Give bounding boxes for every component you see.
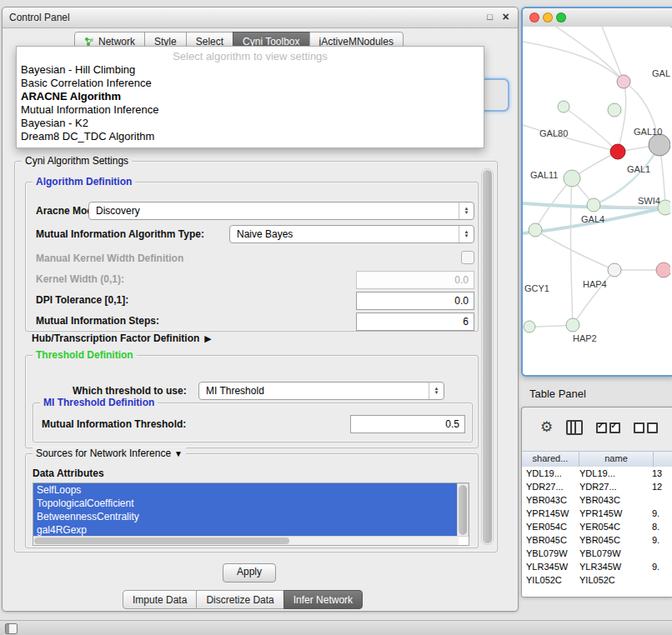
select-all-icon[interactable]	[596, 422, 620, 433]
bottom-tab-label: Infer Network	[293, 594, 353, 606]
table-row[interactable]: YBR043CYBR043C	[522, 493, 672, 507]
table-row[interactable]: YER054CYER054C8.	[522, 520, 672, 533]
table-cell: 13	[645, 467, 672, 480]
mac-close-button[interactable]	[529, 12, 539, 22]
manual-kernel-checkbox[interactable]	[461, 251, 474, 264]
column-header[interactable]: name	[579, 452, 654, 468]
selected-value: Naive Bayes	[230, 228, 459, 240]
gear-icon[interactable]: ⚙	[540, 418, 553, 437]
table-row[interactable]: YDR27...YDR27...12	[522, 480, 672, 493]
algorithm-option[interactable]: Mutual Information Inference	[17, 103, 484, 117]
mi-type-select[interactable]: Naive Bayes ▲▼	[229, 225, 474, 243]
network-node[interactable]	[649, 134, 670, 156]
expand-arrow-icon[interactable]: ▶	[204, 333, 211, 344]
columns-icon[interactable]	[566, 420, 583, 435]
sources-expander[interactable]: Sources for Network Inference ▼	[33, 448, 186, 459]
bottom-tab-impute-data[interactable]: Impute Data	[123, 590, 197, 609]
network-node[interactable]	[608, 263, 621, 277]
group-title: Cyni Algorithm Settings	[22, 155, 132, 167]
bottom-tab-infer-network[interactable]: Infer Network	[283, 590, 363, 609]
network-node[interactable]	[617, 75, 630, 88]
apply-button[interactable]: Apply	[223, 563, 276, 582]
table-cell: 12	[645, 480, 672, 493]
network-node[interactable]	[558, 101, 569, 112]
mi-type-label: Mutual Information Algorithm Type:	[36, 228, 204, 240]
panel-toggle-icon[interactable]	[5, 623, 18, 634]
algorithm-dropdown-popup: Select algorithm to view settings Bayesi…	[16, 46, 484, 148]
data-attribute-item[interactable]: SelfLoops	[33, 483, 459, 497]
table-cell	[645, 547, 672, 560]
group-title: MI Threshold Definition	[40, 397, 158, 408]
unchecked-box-icon	[634, 422, 644, 433]
algorithm-placeholder-option[interactable]: Select algorithm to view settings	[17, 49, 484, 63]
algorithm-option[interactable]: Bayesian - Hill Climbing	[17, 63, 484, 77]
column-header[interactable]: shared...	[522, 452, 579, 468]
algorithm-option[interactable]: Bayesian - K2	[17, 117, 484, 130]
attribute-items: SelfLoopsTopologicalCoefficientBetweenne…	[33, 483, 459, 537]
table-row[interactable]: YBL079WYBL079W	[522, 547, 672, 560]
network-edge[interactable]	[573, 270, 614, 325]
table-row[interactable]: YPR145WYPR145W9.	[522, 507, 672, 520]
scrollbar-thumb[interactable]	[459, 485, 467, 535]
network-node[interactable]	[587, 198, 600, 212]
network-edge[interactable]	[602, 27, 624, 82]
collapse-arrow-icon[interactable]: ▼	[174, 449, 183, 458]
control-panel-window: Control Panel □ × NetworkStyleSelectCyni…	[2, 7, 519, 612]
network-node[interactable]	[529, 223, 542, 237]
data-attribute-item[interactable]: BetweennessCentrality	[33, 510, 459, 523]
network-node-label: GAL1	[627, 164, 650, 174]
scrollbar-thumb[interactable]	[34, 538, 289, 544]
network-edge[interactable]	[535, 230, 614, 270]
table-cell: YBL079W	[522, 547, 575, 560]
data-attribute-item[interactable]: TopologicalCoefficient	[33, 497, 459, 510]
network-node[interactable]	[566, 318, 579, 332]
aracne-mode-select[interactable]: Discovery ▲▼	[88, 202, 474, 220]
window-title: Control Panel	[9, 8, 70, 28]
network-edge[interactable]	[618, 82, 626, 152]
mi-steps-field[interactable]: 6	[356, 312, 474, 331]
hub-definition-label: Hub/Transcription Factor Definition	[32, 332, 199, 344]
table-toolbar: ⚙	[540, 418, 658, 438]
kernel-width-field[interactable]: 0.0	[356, 271, 474, 289]
network-edge[interactable]	[523, 42, 624, 82]
algorithm-option[interactable]: Basic Correlation Inference	[17, 77, 484, 90]
settings-scrollbar[interactable]	[481, 168, 494, 545]
algorithm-option[interactable]: Dream8 DC_TDC Algorithm	[17, 130, 484, 143]
network-graph[interactable]: GALGAL80GAL10GAL11GAL1SWI4GAL4GCY1HAP4HA…	[523, 27, 670, 373]
mi-threshold-field[interactable]: 0.5	[350, 415, 465, 433]
attribute-list-hscrollbar[interactable]	[33, 536, 459, 545]
data-attributes-list[interactable]: SelfLoopsTopologicalCoefficientBetweenne…	[33, 482, 469, 546]
table-cell: YPR145W	[522, 507, 575, 520]
table-cell: YBR045C	[575, 533, 645, 547]
algorithm-option[interactable]: ARACNE Algorithm	[17, 90, 484, 103]
table-row[interactable]: YBR045CYBR045C9.	[522, 533, 672, 547]
group-title: Algorithm Definition	[33, 176, 135, 188]
float-window-icon[interactable]: □	[484, 11, 496, 23]
table-row[interactable]: YLR345WYLR345W9.	[522, 560, 672, 573]
table-cell: YER054C	[575, 520, 645, 533]
network-node[interactable]	[610, 144, 625, 159]
dpi-tolerance-field[interactable]: 0.0	[356, 292, 474, 310]
mac-zoom-button[interactable]	[556, 12, 566, 22]
network-edge[interactable]	[570, 178, 573, 325]
bottom-tab-discretize-data[interactable]: Discretize Data	[196, 590, 283, 609]
group-title: Threshold Definition	[33, 349, 137, 361]
attribute-list-scrollbar[interactable]	[457, 483, 469, 537]
deselect-all-icon[interactable]	[634, 422, 658, 433]
table-row[interactable]: YIL052CYIL052C	[522, 573, 672, 587]
network-node[interactable]	[564, 170, 580, 187]
network-node[interactable]	[608, 103, 621, 117]
combo-arrows-icon: ▲▼	[459, 226, 474, 242]
table-row[interactable]: YDL19...YDL19...13	[522, 467, 672, 480]
column-header[interactable]	[654, 452, 672, 468]
network-node[interactable]	[656, 262, 670, 278]
hub-definition-expander[interactable]: Hub/Transcription Factor Definition ▶	[32, 332, 212, 344]
mac-minimize-button[interactable]	[543, 12, 553, 22]
scrollbar-thumb[interactable]	[483, 170, 492, 543]
threshold-select[interactable]: MI Threshold ▲▼	[198, 382, 444, 400]
close-icon[interactable]: ×	[499, 11, 512, 23]
network-node-label: HAP2	[573, 333, 597, 343]
data-attribute-item[interactable]: gal4RGexp	[33, 523, 459, 537]
network-node[interactable]	[524, 321, 535, 332]
network-node-label: HAP4	[583, 279, 607, 289]
